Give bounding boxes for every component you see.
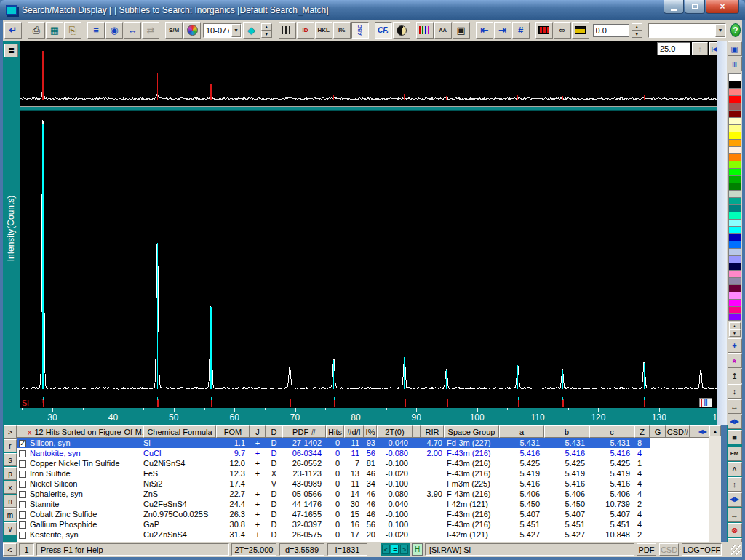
Iron Sulfide[interactable]: Iron Sulfide FeS 12.3 + X 23-1123 0 13 4… [17,468,709,479]
nav-equal-button[interactable]: = [391,545,399,554]
refresh-button[interactable]: ⇄ [142,22,159,39]
scale-top-button[interactable]: ↥ [728,369,742,383]
palette-swatch[interactable] [728,146,741,153]
spin-up-icon[interactable]: ▲ [261,23,272,31]
apply-return-button[interactable]: ↵ [4,22,22,39]
col-header-j[interactable]: J [250,425,266,438]
resize-grip[interactable] [731,545,741,555]
h-button[interactable]: H [412,543,423,556]
col-header-a[interactable]: a [499,425,544,438]
palette-swatch[interactable] [728,88,741,95]
row-checkbox[interactable] [19,501,26,508]
cf-button[interactable]: CF. [375,22,392,39]
col-header-spacegroup[interactable]: Space Group [444,425,499,438]
vertical-scroll-track[interactable] [717,41,727,425]
col-header-ndi[interactable]: #d/I [344,425,364,438]
chevron-down-icon[interactable]: ▼ [231,24,240,37]
expand-vertical-button[interactable]: ↕ [728,384,742,399]
hkl-labels-button[interactable]: HKL [315,22,332,39]
palette-spinner[interactable]: ▲ ▼ [729,322,741,337]
row-checkbox[interactable] [19,491,26,498]
palette-swatch[interactable] [728,263,741,270]
col-header-c[interactable]: c [589,425,634,438]
row-checkbox[interactable] [19,521,26,529]
palette-swatch[interactable] [728,255,741,263]
nav-prev-button[interactable]: < [382,545,390,554]
palette-swatch[interactable] [728,299,741,306]
Nantokite, syn[interactable]: Nantokite, syn CuCl 9.7 + D 06-0344 0 11… [17,448,709,458]
help-button[interactable]: ? [730,23,741,37]
palette-swatch[interactable] [728,175,741,183]
palette-swatch[interactable] [728,168,741,175]
palette-swatch[interactable] [728,241,741,248]
restore-button[interactable] [685,0,705,14]
overlay-infinity-button[interactable]: ∞ [554,22,571,39]
Copper Nickel Tin Sulfide[interactable]: Copper Nickel Tin Sulfide Cu2NiSnS4 12.0… [17,458,709,468]
row-flag-button[interactable]: s [4,453,17,466]
pan-horizontal-button[interactable]: ↔ [124,22,141,39]
palette-swatch[interactable] [728,73,741,81]
Gallium Phosphide[interactable]: Gallium Phosphide GaP 30.8 + D 32-0397 0… [17,519,709,529]
row-checkbox[interactable] [19,481,26,488]
column-layout-button[interactable]: ||| [728,57,742,71]
col-header-g[interactable]: G [650,425,666,438]
palette-swatch[interactable] [728,139,741,146]
id-peaks-button[interactable]: ID [297,22,314,39]
palette-swatch[interactable] [728,124,741,132]
spin-up-icon[interactable]: ▲ [632,23,642,31]
log-toggle[interactable]: LOG=OFF [682,543,722,556]
color-sticks-button[interactable] [416,22,434,39]
minimize-button[interactable] [664,0,684,14]
row-checkbox[interactable] [19,450,26,457]
compress-horizontal-button[interactable]: ◀▶ [728,415,742,429]
col-header-rir[interactable]: RIR [421,425,444,438]
col-header-fom[interactable]: FOM [216,425,250,438]
palette-swatch[interactable] [728,110,741,117]
palette-swatch[interactable] [728,190,741,197]
legend-box-button[interactable]: ▣ [453,22,470,39]
palette-swatch[interactable] [728,219,741,226]
spin-up-icon[interactable]: ▲ [729,322,741,329]
palette-swatch[interactable] [728,161,741,168]
row-checkbox[interactable] [19,440,26,447]
offset-input[interactable] [593,24,629,37]
col-header-csd[interactable]: CSD# [666,425,690,438]
hash-grid-button[interactable]: # [512,22,530,39]
palette-swatch[interactable] [728,153,741,161]
moon-contrast-button[interactable] [393,22,410,39]
pdf-button[interactable]: PDF [637,543,656,556]
search-match-button[interactable]: S/M [165,22,183,39]
Stannite[interactable]: Stannite Cu2FeSnS4 24.4 + D 44-1476 0 30… [17,499,709,509]
screen-display-button[interactable]: ▣ [728,41,742,56]
black-square-button[interactable]: ■ [728,430,742,444]
red-bars-button[interactable] [535,22,553,39]
col-header-2t0[interactable]: 2T(0) [377,425,413,438]
palette-swatch[interactable] [728,248,741,255]
palette-swatch[interactable] [728,270,741,277]
peak-sticks-button[interactable] [279,22,296,39]
profile-curves-button[interactable]: ΛΛ [434,22,452,39]
status-back-button[interactable]: < [3,543,17,556]
palette-swatch[interactable] [728,95,741,103]
nav-next-button[interactable]: > [400,545,408,554]
palette-swatch[interactable] [728,117,741,124]
col-header-d[interactable]: D [266,425,282,438]
shift-right-button[interactable]: ⇥ [494,22,511,39]
pan-all-button[interactable]: + [728,338,742,353]
report-button[interactable]: ⎘ [64,22,81,39]
abc-labels-button[interactable]: ABC [351,22,369,39]
close-button[interactable]: × [706,0,739,14]
palette-swatch[interactable] [728,197,741,204]
table-compress-horizontal-button[interactable]: ◀▶ [728,492,742,507]
chevron-down-icon[interactable]: ▼ [715,24,725,37]
table-expand-horizontal-button[interactable]: ↔ [728,508,742,522]
palette-swatch[interactable] [728,313,741,321]
scroll-up-icon[interactable]: ▲ [709,425,721,436]
palette-swatch[interactable] [728,233,741,241]
tree-view-button[interactable]: ≡ [87,22,105,39]
phase-combo-input[interactable] [649,24,715,37]
row-flag-button[interactable]: r [4,439,17,452]
palette-swatch[interactable] [728,132,741,139]
peak-up-button[interactable]: ↑ [692,42,708,55]
ruler-tool-button[interactable]: ≣ [4,44,18,57]
